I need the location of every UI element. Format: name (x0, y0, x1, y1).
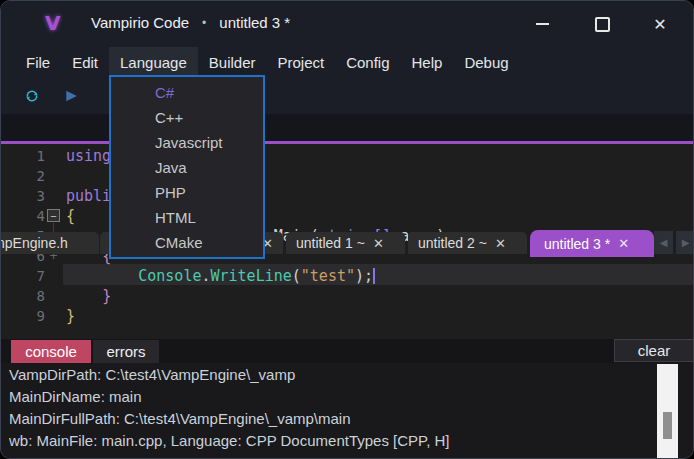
code-token: ( (292, 267, 301, 285)
tab-close-icon[interactable]: ✕ (618, 236, 629, 251)
tab-untitled-3-[interactable]: untitled 3 *✕ (530, 230, 654, 257)
play-icon (64, 85, 78, 107)
language-option-c[interactable]: C# (111, 80, 263, 105)
language-option-php[interactable]: PHP (111, 180, 263, 205)
code-line[interactable]: { (66, 206, 75, 226)
menu-bar: FileEditLanguageBuilderProjectConfigHelp… (1, 47, 693, 77)
close-button[interactable]: ✕ (645, 9, 675, 39)
title-separator-dot: • (202, 16, 206, 30)
app-name: Vampirio Code (91, 14, 189, 31)
sync-icon (25, 85, 39, 107)
tab-label: untitled 1 ~ (296, 235, 365, 251)
console-tab-errors[interactable]: errors (93, 340, 159, 363)
editor-tab-bar: ◀ ▶ npEngine.h✕untitled 1 ~✕untitled 2 ~… (1, 114, 693, 144)
code-token (66, 287, 102, 305)
tab-untitled-1-[interactable]: untitled 1 ~✕ (286, 232, 405, 254)
maximize-button[interactable] (587, 9, 617, 39)
code-line[interactable]: } (66, 286, 111, 306)
console-scrollbar-thumb[interactable] (663, 412, 672, 439)
tab-scroll-right-button[interactable]: ▶ (676, 231, 694, 254)
maximize-icon (595, 17, 610, 32)
tab-scroll-left-button[interactable]: ◀ (654, 231, 673, 254)
minimize-button[interactable] (527, 9, 557, 39)
console-scrollbar[interactable] (657, 364, 678, 458)
tab-bar-accent-line (1, 141, 693, 144)
menu-project[interactable]: Project (266, 47, 335, 77)
line-number: 4 (1, 206, 45, 226)
menu-language[interactable]: Language (109, 47, 198, 77)
menu-file[interactable]: File (15, 47, 61, 77)
close-icon: ✕ (653, 15, 666, 34)
console-log-line: VampDirPath: C:\test4\VampEngine\_vamp (9, 364, 651, 386)
minimize-icon (536, 23, 549, 25)
tab-label: untitled 3 * (544, 236, 610, 252)
code-token: WriteLine (211, 267, 292, 285)
language-dropdown-menu: C#C++JavascriptJavaPHPHTMLCMake (109, 75, 265, 259)
code-token: "test" (301, 267, 355, 285)
language-option-html[interactable]: HTML (111, 205, 263, 230)
document-title: untitled 3 * (219, 14, 290, 31)
code-token: using (66, 147, 111, 165)
language-option-javascript[interactable]: Javascript (111, 130, 263, 155)
console-tab-strip: clear consoleerrors (1, 339, 693, 363)
chevron-left-icon: ◀ (660, 237, 668, 248)
tab-close-icon[interactable]: ✕ (373, 236, 384, 251)
line-number: 1 (1, 146, 45, 166)
menu-debug[interactable]: Debug (453, 47, 519, 77)
language-option-cmake[interactable]: CMake (111, 230, 263, 255)
tab-untitled-2-[interactable]: untitled 2 ~✕ (408, 232, 527, 254)
app-window: V Vampirio Code • untitled 3 * ✕ FileEdi… (0, 0, 694, 459)
run-button[interactable] (58, 83, 84, 109)
text-cursor (373, 268, 375, 284)
language-option-java[interactable]: Java (111, 155, 263, 180)
tab-npEngine-h[interactable]: npEngine.h (0, 232, 99, 254)
language-option-c[interactable]: C++ (111, 105, 263, 130)
menu-edit[interactable]: Edit (61, 47, 109, 77)
code-token: . (201, 267, 210, 285)
sync-button[interactable] (19, 83, 45, 109)
console-log-line: MainDirName: main (9, 386, 651, 408)
title-bar: V Vampirio Code • untitled 3 * ✕ (1, 1, 693, 47)
line-number: 2 (1, 166, 45, 186)
console-log-line: MainDirFullPath: C:\test4\VampEngine\_va… (9, 408, 651, 430)
line-number: 3 (1, 186, 45, 206)
code-token: ); (355, 267, 373, 285)
code-token: } (102, 287, 111, 305)
console-divider-line: ------------------------------ (9, 454, 651, 459)
window-title: Vampirio Code • untitled 3 * (91, 14, 290, 31)
console-log-line: wb: MainFile: main.cpp, Language: CPP Do… (9, 430, 651, 452)
line-number: 7 (1, 266, 45, 286)
code-line[interactable]: using (66, 146, 111, 166)
tab-close-icon[interactable]: ✕ (495, 236, 506, 251)
code-token: Console (138, 267, 201, 285)
menu-builder[interactable]: Builder (198, 47, 267, 77)
chevron-right-icon: ▶ (682, 237, 690, 248)
app-logo-icon: V (45, 11, 60, 35)
code-token (66, 267, 138, 285)
console-tab-console[interactable]: console (11, 340, 91, 363)
console-output: VampDirPath: C:\test4\VampEngine\_vampMa… (9, 364, 651, 459)
code-token: { (66, 207, 75, 225)
clear-console-button[interactable]: clear (614, 339, 694, 362)
fold-collapse-icon[interactable]: − (47, 209, 60, 222)
toolbar (1, 77, 693, 114)
code-line[interactable]: } (66, 306, 75, 326)
menu-config[interactable]: Config (335, 47, 400, 77)
code-line[interactable]: Console.WriteLine("test"); (66, 266, 375, 286)
line-number: 9 (1, 306, 45, 326)
line-number: 8 (1, 286, 45, 306)
menu-help[interactable]: Help (401, 47, 454, 77)
tab-label: npEngine.h (0, 235, 68, 251)
tab-label: untitled 2 ~ (418, 235, 487, 251)
code-token: } (66, 307, 75, 325)
console-panel: clear consoleerrors VampDirPath: C:\test… (1, 339, 693, 458)
